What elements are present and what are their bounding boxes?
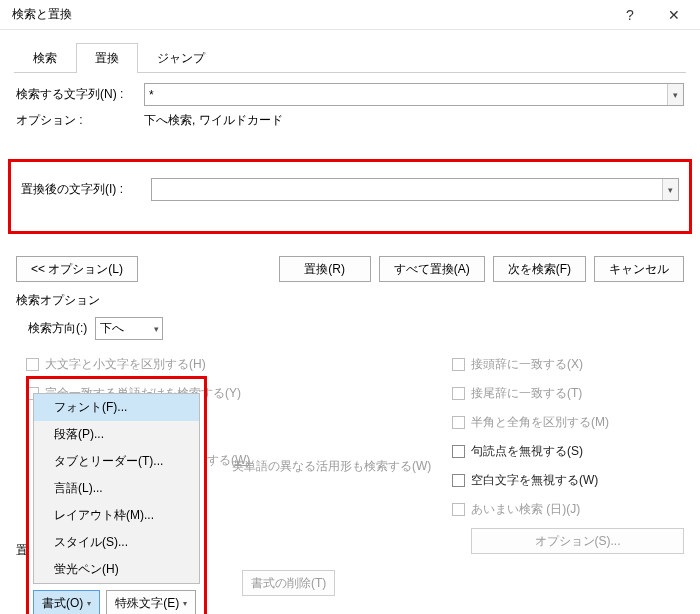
close-button[interactable]: ✕ [652, 0, 696, 30]
option-value: 下へ検索, ワイルドカード [144, 112, 283, 129]
check-word-forms-tail: する(W) [207, 452, 250, 469]
direction-select[interactable]: 下へ ▾ [95, 317, 163, 340]
replace-all-button[interactable]: すべて置換(A) [379, 256, 485, 282]
tab-replace[interactable]: 置換 [76, 43, 138, 73]
check-width: 半角と全角を区別する(M) [452, 408, 684, 437]
find-dropdown-icon[interactable]: ▾ [667, 84, 683, 105]
check-ignore-white[interactable]: 空白文字を無視する(W) [452, 466, 684, 495]
replace-dropdown-icon[interactable]: ▾ [662, 179, 678, 200]
replace-label: 置換後の文字列(I) : [21, 181, 151, 198]
menu-style[interactable]: スタイル(S)... [34, 529, 199, 556]
option-label: オプション : [16, 112, 144, 129]
help-button[interactable]: ? [608, 0, 652, 30]
check-ignore-punct[interactable]: 句読点を無視する(S) [452, 437, 684, 466]
fuzzy-options-button: オプション(S)... [471, 528, 684, 554]
caret-down-icon: ▾ [183, 599, 187, 608]
menu-paragraph[interactable]: 段落(P)... [34, 421, 199, 448]
check-prefix: 接頭辞に一致する(X) [452, 350, 684, 379]
menu-font[interactable]: フォント(F)... [34, 394, 199, 421]
format-button[interactable]: 書式(O)▾ [33, 590, 100, 614]
no-formatting-button: 書式の削除(T) [242, 570, 335, 596]
check-fuzzy-jp: あいまい検索 (日)(J) [452, 495, 684, 524]
find-next-button[interactable]: 次を検索(F) [493, 256, 586, 282]
cancel-button[interactable]: キャンセル [594, 256, 684, 282]
direction-label: 検索方向(:) [28, 320, 87, 337]
caret-down-icon: ▾ [87, 599, 91, 608]
format-menu: フォント(F)... 段落(P)... タブとリーダー(T)... 言語(L).… [33, 393, 200, 584]
replace-input[interactable] [151, 178, 679, 201]
tab-search[interactable]: 検索 [14, 43, 76, 73]
tab-jump[interactable]: ジャンプ [138, 43, 224, 73]
menu-language[interactable]: 言語(L)... [34, 475, 199, 502]
menu-tabs[interactable]: タブとリーダー(T)... [34, 448, 199, 475]
direction-value: 下へ [100, 320, 124, 337]
search-options-header: 検索オプション [0, 286, 700, 311]
menu-highlight[interactable]: 蛍光ペン(H) [34, 556, 199, 583]
chevron-down-icon: ▾ [154, 324, 159, 334]
dialog-title: 検索と置換 [12, 6, 608, 23]
find-label: 検索する文字列(N) : [16, 86, 144, 103]
check-suffix: 接尾辞に一致する(T) [452, 379, 684, 408]
replace-button[interactable]: 置換(R) [279, 256, 371, 282]
check-match-case: 大文字と小文字を区別する(H) [26, 350, 452, 379]
menu-frame[interactable]: レイアウト枠(M)... [34, 502, 199, 529]
less-options-button[interactable]: << オプション(L) [16, 256, 138, 282]
find-input[interactable] [144, 83, 684, 106]
special-button[interactable]: 特殊文字(E)▾ [106, 590, 196, 614]
